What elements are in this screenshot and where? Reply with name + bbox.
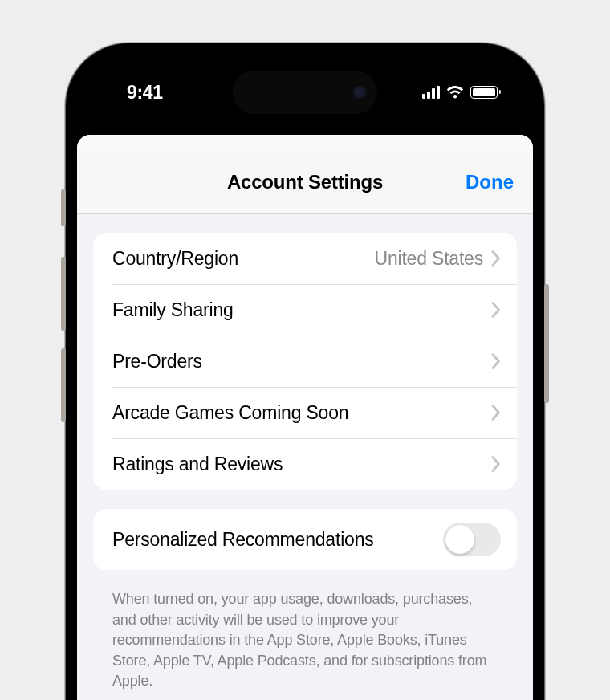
settings-group-recommendations: Personalized Recommendations [93, 509, 517, 570]
country-region-row[interactable]: Country/Region United States [93, 233, 517, 284]
volume-up-button [61, 257, 66, 331]
power-button [544, 284, 549, 403]
done-button[interactable]: Done [466, 171, 514, 193]
family-sharing-row[interactable]: Family Sharing [93, 284, 517, 336]
toggle-knob [445, 525, 474, 554]
row-label: Ratings and Reviews [112, 454, 491, 475]
personalized-recommendations-row[interactable]: Personalized Recommendations [93, 509, 517, 570]
arcade-games-row[interactable]: Arcade Games Coming Soon [93, 387, 517, 438]
wifi-icon [446, 86, 464, 99]
content-area: Account Settings Done Country/Region Uni… [77, 135, 533, 700]
status-time: 9:41 [109, 69, 163, 104]
row-label: Pre-Orders [112, 351, 491, 372]
recommendations-toggle[interactable] [443, 523, 501, 556]
chevron-right-icon [491, 250, 501, 267]
chevron-right-icon [491, 456, 501, 472]
row-label: Family Sharing [112, 299, 491, 321]
volume-down-button [61, 348, 66, 422]
navigation-bar: Account Settings Done [77, 151, 533, 214]
row-label: Arcade Games Coming Soon [112, 402, 491, 424]
recommendations-footer-text: When turned on, your app usage, download… [93, 589, 517, 692]
front-camera-icon [353, 86, 366, 99]
settings-body[interactable]: Country/Region United States Family Shar… [77, 214, 533, 692]
cellular-signal-icon [422, 86, 440, 99]
ratings-reviews-row[interactable]: Ratings and Reviews [93, 438, 517, 490]
row-label: Country/Region [112, 248, 375, 270]
battery-icon [470, 86, 498, 99]
row-label: Personalized Recommendations [112, 529, 443, 551]
mute-switch [61, 189, 66, 226]
dynamic-island [233, 71, 377, 114]
status-indicators [422, 73, 501, 99]
pre-orders-row[interactable]: Pre-Orders [93, 336, 517, 387]
settings-sheet: Account Settings Done Country/Region Uni… [77, 151, 533, 700]
chevron-right-icon [491, 353, 501, 369]
row-value: United States [375, 248, 483, 270]
settings-group-main: Country/Region United States Family Shar… [93, 233, 517, 490]
chevron-right-icon [491, 302, 501, 318]
chevron-right-icon [491, 405, 501, 421]
page-title: Account Settings [227, 171, 383, 193]
phone-frame: 9:41 [66, 43, 544, 700]
screen: 9:41 [77, 55, 533, 700]
